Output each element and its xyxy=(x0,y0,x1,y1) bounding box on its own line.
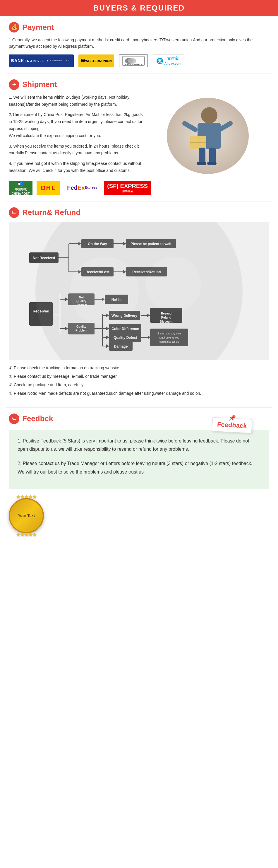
western-union-logo: W WESTERN UNION xyxy=(78,55,114,67)
sf-express-logo: (SF) EXPRESS 顺丰速运 xyxy=(104,181,151,195)
feedback-text-2: 2. Please contact us by Trade Manager or… xyxy=(18,460,260,476)
refund-title-row: 🏷 Return& Refund xyxy=(9,207,269,218)
refund-note-4: ④ Please Note: Men made defects are not … xyxy=(9,390,269,397)
svg-rect-14 xyxy=(199,148,205,164)
payment-heading: Payment xyxy=(22,23,54,32)
feedback-icon: 🏷 xyxy=(9,413,19,424)
refund-icon: 🏷 xyxy=(9,207,19,218)
star-badge: Your Text xyxy=(9,498,44,533)
svg-rect-17 xyxy=(207,162,216,165)
feedback-heading: Feedbck xyxy=(22,414,53,423)
shipment-heading: Shipment xyxy=(22,80,57,89)
shipment-title-row: ✈ Shipment xyxy=(9,80,269,90)
shipment-illustration xyxy=(164,95,252,177)
svg-text:moneybookers: moneybookers xyxy=(125,63,142,66)
page-header: BUYERS & REQUIRED xyxy=(0,0,278,16)
payment-description: 1.Generally, we accept the following pay… xyxy=(9,37,269,50)
svg-text:支: 支 xyxy=(158,59,162,63)
payment-title-row: 💰 Payment xyxy=(9,22,269,32)
refund-heading: Return& Refund xyxy=(22,208,80,217)
feedback-content: 1. Positive Feedback (5 Stars) is very i… xyxy=(9,430,269,489)
fedex-logo: FedEx Express xyxy=(64,181,100,195)
bottom-badge-area: Your Text xyxy=(0,495,278,539)
shipment-point-1: 1. We will sent the items within 2-5days… xyxy=(9,94,143,108)
badge-text: Your Text xyxy=(18,514,35,518)
feedback-section: 🏷 Feedbck 📌 Feedback 1. Positive Feedbac… xyxy=(0,408,278,495)
svg-rect-16 xyxy=(197,162,206,165)
refund-note-1: ① Please check the tracking in formation… xyxy=(9,364,269,372)
bank-transfer-logo: BANKTRANSFER INTERNATIONAL xyxy=(9,55,74,67)
payment-logos-row: BANKTRANSFER INTERNATIONAL W WESTERN UNI… xyxy=(9,55,269,67)
shipment-point-3: 3. When you receive the items you ordere… xyxy=(9,143,143,157)
dhl-logo: DHL xyxy=(37,181,60,195)
refund-notes: ① Please check the tracking in formation… xyxy=(9,364,269,397)
svg-point-20 xyxy=(146,256,201,312)
shipment-icon: ✈ xyxy=(9,80,19,90)
page-title: BUYERS & REQUIRED xyxy=(0,3,278,12)
alipay-logo: 支 支付宝Alipay.com xyxy=(153,55,185,67)
svg-rect-15 xyxy=(209,148,216,164)
feedback-point-1: 1. Positive Feedback (5 Stars) is very i… xyxy=(18,437,260,454)
feedback-card: 📌 Feedback xyxy=(212,417,252,433)
svg-point-7 xyxy=(201,107,217,124)
feedback-point-2: 2. Please contact us by Trade Manager or… xyxy=(18,460,260,476)
refund-section: 🏷 Return& Refund Not Received xyxy=(0,202,278,407)
shipment-point-2: 2.The shipment by China Post Registered … xyxy=(9,111,143,139)
moneybookers-logo: moneybookers xyxy=(119,55,148,67)
refund-note-3: ③ Check the package and Item, carefully. xyxy=(9,381,269,389)
shipping-carriers-row: 📬 中国邮政 CHINA POST DHL FedEx Express (SF)… xyxy=(9,181,269,195)
payment-icon: 💰 xyxy=(9,22,19,32)
feedback-card-label: Feedback xyxy=(217,421,247,429)
svg-point-19 xyxy=(70,256,139,326)
shipment-section: ✈ Shipment 1. We will sent the items wit… xyxy=(0,73,278,201)
pin-icon: 📌 xyxy=(228,414,236,422)
china-post-logo: 📬 中国邮政 CHINA POST xyxy=(9,181,33,195)
refund-flowchart-area: Not Received On the Way Please be patien… xyxy=(9,222,269,360)
payment-section: 💰 Payment 1.Generally, we accept the fol… xyxy=(0,16,278,73)
refund-note-2: ② Please contact us by meesage, e-mail, … xyxy=(9,373,269,380)
feedback-text-1: 1. Positive Feedback (5 Stars) is very i… xyxy=(18,437,260,454)
shipment-point-4: 4. If you have not got it within the shi… xyxy=(9,160,143,174)
